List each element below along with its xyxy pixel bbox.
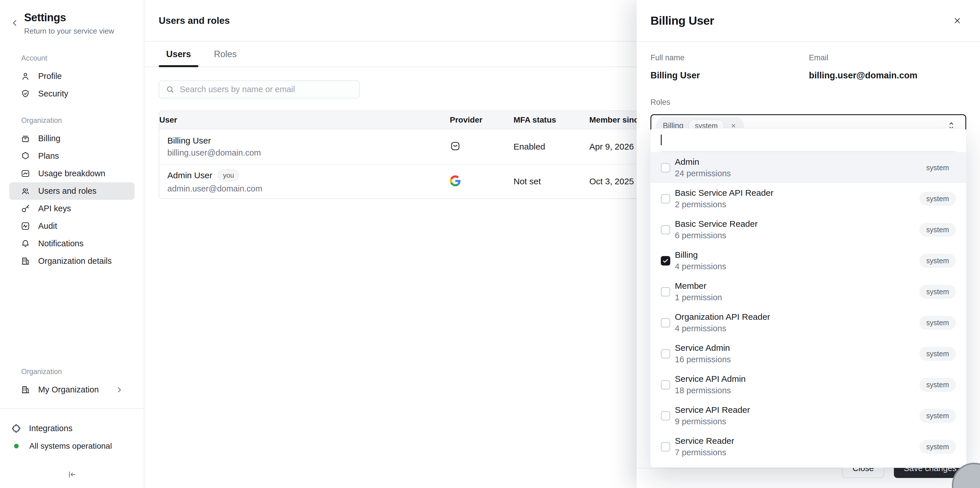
integrations-label: Integrations — [29, 424, 73, 433]
role-option[interactable]: Basic Service Reader 6 permissions syste… — [651, 214, 966, 245]
role-option-permissions: 16 permissions — [675, 355, 731, 364]
check-icon — [662, 258, 669, 264]
back-button[interactable] — [10, 18, 19, 36]
role-checkbox[interactable] — [661, 287, 670, 297]
settings-title: Settings — [24, 11, 114, 24]
status-label: All systems operational — [29, 442, 112, 451]
role-option-permissions: 4 permissions — [675, 262, 726, 271]
sidebar-item[interactable]: Users and roles — [9, 182, 135, 200]
role-checkbox[interactable] — [661, 380, 670, 389]
role-option-name: Member — [675, 281, 722, 291]
page-title: Users and roles — [159, 15, 230, 26]
role-option-name: Basic Service Reader — [675, 219, 757, 229]
role-option-name: Admin — [675, 157, 731, 167]
roles-dropdown: Admin 24 permissions system Basic Servic… — [650, 128, 967, 468]
organization-items: Billing Plans Usage breakdown Users and … — [9, 130, 135, 270]
role-option[interactable]: Service API Reader 9 permissions system — [651, 400, 966, 431]
system-scope-badge: system — [920, 378, 956, 392]
role-option-permissions: 24 permissions — [675, 169, 731, 178]
collapse-sidebar-button[interactable] — [9, 470, 135, 480]
sidebar-item-label: Billing — [38, 134, 60, 143]
sidebar-item[interactable]: Security — [9, 85, 135, 102]
sidebar-item-label: Notifications — [38, 239, 84, 248]
role-option[interactable]: Member 1 permission system — [651, 276, 966, 307]
sidebar: Settings Return to your service view Acc… — [0, 0, 145, 488]
role-option-permissions: 6 permissions — [675, 231, 757, 240]
role-option-name: Organization API Reader — [675, 312, 770, 322]
sidebar-item-integrations[interactable]: Integrations — [9, 420, 135, 437]
table-column-header[interactable]: Provider — [450, 115, 514, 125]
table-column-header[interactable]: User — [159, 115, 450, 125]
system-scope-badge: system — [920, 285, 956, 299]
role-option-name: Service API Admin — [675, 374, 746, 384]
drawer-footer: Close Save changes — [637, 468, 980, 478]
puzzle-icon — [11, 424, 21, 433]
role-option-permissions: 4 permissions — [675, 324, 770, 333]
close-icon[interactable] — [953, 16, 962, 25]
user-email: admin.user@domain.com — [167, 184, 450, 194]
account-items: Profile Security — [9, 67, 135, 102]
search-box[interactable] — [159, 80, 360, 99]
sidebar-item-label: Organization details — [38, 256, 112, 266]
text-caret — [661, 135, 662, 145]
sidebar-item[interactable]: Audit — [9, 217, 135, 235]
sidebar-item-my-organization[interactable]: My Organization — [9, 381, 135, 399]
role-option[interactable]: Service Admin 16 permissions system — [651, 338, 966, 369]
role-option[interactable]: Service Reader 7 permissions system — [651, 431, 966, 462]
dropdown-search-input[interactable] — [660, 129, 956, 152]
system-scope-badge: system — [920, 347, 956, 361]
role-checkbox[interactable] — [661, 163, 670, 173]
role-option-name: Service API Reader — [675, 405, 750, 415]
system-status-item[interactable]: All systems operational — [9, 437, 135, 455]
archive-icon — [21, 134, 30, 143]
sidebar-item[interactable]: API keys — [9, 200, 135, 217]
sidebar-item[interactable]: Organization details — [9, 252, 135, 270]
role-option[interactable]: Admin 24 permissions system — [651, 152, 966, 183]
user-icon — [21, 72, 30, 81]
building-icon — [21, 256, 30, 266]
sidebar-item-label: Security — [38, 89, 68, 99]
role-checkbox[interactable] — [661, 194, 670, 203]
sidebar-footer: Integrations All systems operational — [0, 408, 144, 488]
sidebar-item[interactable]: Notifications — [9, 235, 135, 252]
role-checkbox[interactable] — [661, 349, 670, 359]
role-checkbox[interactable] — [661, 442, 670, 451]
sidebar-item-label: Profile — [38, 72, 62, 81]
table-column-header[interactable]: MFA status — [514, 115, 589, 125]
return-link[interactable]: Return to your service view — [24, 27, 114, 36]
role-option[interactable]: Basic Service API Reader 2 permissions s… — [651, 183, 966, 214]
sidebar-nav: Account Profile Security Organization Bi… — [0, 54, 144, 488]
organization-section-label: Organization — [21, 116, 135, 125]
role-option-permissions: 9 permissions — [675, 417, 750, 426]
role-option-name: Service Reader — [675, 436, 734, 446]
tab-label: Users — [166, 49, 191, 59]
search-input[interactable] — [180, 85, 353, 94]
users-icon — [21, 186, 30, 196]
role-option[interactable]: Organization API Reader 4 permissions sy… — [651, 307, 966, 338]
sidebar-item[interactable]: Billing — [9, 130, 135, 147]
role-checkbox[interactable] — [661, 318, 670, 327]
user-email: billing.user@domain.com — [167, 148, 450, 157]
system-scope-badge: system — [920, 161, 956, 175]
tab[interactable]: Roles — [207, 41, 244, 67]
sidebar-item[interactable]: Usage breakdown — [9, 165, 135, 182]
tab[interactable]: Users — [159, 41, 198, 67]
role-option-name: Service Admin — [675, 343, 731, 353]
mfa-status: Not set — [514, 176, 589, 186]
hexagon-icon — [21, 151, 30, 161]
role-checkbox[interactable] — [661, 225, 670, 235]
app-root: Settings Return to your service view Acc… — [0, 0, 980, 488]
sidebar-spacer — [9, 270, 135, 367]
sidebar-item[interactable]: Plans — [9, 147, 135, 165]
role-checkbox[interactable] — [661, 411, 670, 421]
role-checkbox[interactable] — [661, 256, 670, 265]
sidebar-item[interactable]: Profile — [9, 67, 135, 85]
role-option-permissions: 18 permissions — [675, 386, 746, 395]
role-option[interactable]: Billing 4 permissions system — [651, 245, 966, 276]
user-detail-drawer: Billing User Full name Billing User Emai… — [637, 0, 980, 488]
email-label: Email — [809, 53, 966, 62]
organization-switcher-label: Organization — [21, 367, 135, 376]
role-option[interactable]: Service API Admin 18 permissions system — [651, 369, 966, 400]
role-option-permissions: 2 permissions — [675, 200, 773, 209]
role-option-permissions: 7 permissions — [675, 448, 734, 457]
